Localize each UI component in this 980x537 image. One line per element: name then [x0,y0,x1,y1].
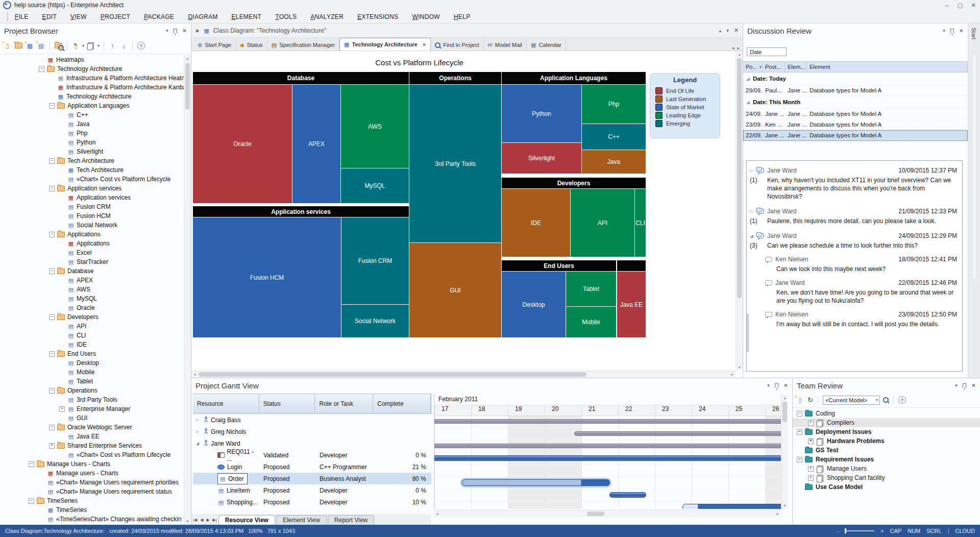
copy-dropdown-icon[interactable]: ▾ [87,41,95,50]
row-expander-icon[interactable]: ▷ [196,429,203,434]
tree-item[interactable]: ▤Fusion HCM [0,211,184,221]
team-tree-item[interactable]: +Manage Users [793,464,980,473]
group-by-date-box[interactable]: Date [747,47,787,56]
expander-icon[interactable]: − [49,232,55,237]
new-child-diagram-icon[interactable]: ▤٭ [37,41,45,50]
tree-item[interactable]: ▤Social Network [0,221,184,230]
tree-item[interactable]: ▤Fusion CRM [0,202,184,211]
tree-item[interactable]: ▤Tablet [0,377,184,386]
close-icon[interactable]: ✕ [959,28,964,34]
zoom-slider[interactable] [845,530,874,531]
gantt-row[interactable]: ▷Craig Bass [193,414,431,426]
discussion-message[interactable]: ◢Jane Ward24/09/2015 12:29 PM(3)Can we p… [750,232,957,328]
gantt-hscrollbar[interactable]: ◂▸ [434,510,781,517]
expander-icon[interactable]: − [797,411,802,417]
column-header[interactable]: Status [259,394,315,413]
tree-item[interactable]: ▦Tech Architecture [0,165,184,175]
tab-technology-architecture[interactable]: ▦Technology Architecture✕ [339,38,431,51]
tree-item[interactable]: ▤Java [0,119,184,129]
tree-item[interactable]: ▤Silverlight [0,147,184,156]
team-tree-item[interactable]: +Hardware Problems [793,436,980,446]
menu-file[interactable]: FILE [15,13,29,20]
menu-extensions[interactable]: EXTENSIONS [357,13,398,20]
menu-analyzer[interactable]: ANALYZER [310,13,344,20]
treemap-section-header[interactable]: Database [193,72,409,84]
chevron-down-icon[interactable]: ▾ [955,383,958,388]
expander-icon[interactable]: − [49,351,55,357]
treemap-section-header[interactable]: Application Languages [502,72,646,84]
discussion-reply[interactable]: Jane Ward22/09/2015 12:46 PMKen, we don'… [765,279,957,305]
project-browser-scrollbar[interactable]: ▴ ▾ [184,55,191,525]
diagram-vscrollbar[interactable]: ▴▾ [736,51,743,371]
gantt-bar[interactable] [434,455,781,461]
tree-item[interactable]: ▦Infrastructure & Platform Architecture … [0,83,184,92]
close-icon[interactable]: ✕ [734,27,739,34]
expander-icon[interactable]: + [808,475,814,481]
team-tree-item[interactable]: −Requirement Issues [793,455,980,464]
maximize-button[interactable]: ▢ [953,2,967,9]
tree-item[interactable]: ▦Application services [0,193,184,202]
zoom-out-button[interactable]: - [837,528,839,534]
treemap-section-header[interactable]: End Users [502,260,616,271]
expander-icon[interactable]: − [797,457,802,462]
close-icon[interactable]: ✕ [182,28,187,34]
tree-item[interactable]: ▤Mobile [0,368,184,377]
close-icon[interactable]: ✕ [971,382,976,389]
record-nav-icon[interactable]: |◀ [193,518,197,522]
tree-item[interactable]: ▦Manage users - Charts [0,469,184,478]
treemap-box[interactable]: MySQL [341,168,409,203]
new-element-icon[interactable]: ▯٭ [3,41,12,50]
treemap-box[interactable]: Php [582,85,646,124]
chevron-down-icon[interactable]: ▾ [166,28,168,33]
tree-item[interactable]: ▤Excel [0,248,184,257]
tree-item[interactable]: −Technology Architecture [0,64,184,74]
treemap-box[interactable]: API [571,189,634,257]
team-tree-item[interactable]: +Shopping Cart facility [793,473,980,482]
column-header[interactable]: Element [807,62,968,72]
search-icon[interactable] [883,397,889,403]
tab-find-in-project[interactable]: Find in Project [431,39,483,51]
expander-icon[interactable]: + [49,443,55,449]
treemap-box[interactable]: Tablet [566,272,616,306]
tree-item[interactable]: ▤CLI [0,331,184,340]
treemap-box[interactable]: Mobile [566,307,616,337]
gantt-vscrollbar[interactable]: ▴▾ [781,395,788,509]
row-expander-icon[interactable]: ▷ [196,418,203,422]
close-icon[interactable]: ✕ [422,42,426,47]
gantt-row[interactable]: ▷Greg Nichols [193,426,431,437]
expander-icon[interactable]: − [49,314,55,320]
pin-icon[interactable] [775,383,778,388]
view-tab-report-view[interactable]: Report View [328,515,374,525]
tab-scroll-left-icon[interactable]: ◂ [732,45,734,51]
tab-model-mail[interactable]: ✉Model Mail [484,39,527,51]
tree-item[interactable]: ▤API [0,322,184,331]
tree-item[interactable]: −Application services [0,184,184,193]
gantt-bar[interactable] [609,492,646,498]
expander-icon[interactable]: − [39,66,44,72]
record-nav-icon[interactable]: ▶ [206,518,209,522]
gantt-row[interactable]: REQ011 - ...ValidatedDeveloper0 % [193,449,431,461]
tree-item[interactable]: ▤«Chart» Cost vs Platform Lifecycle [0,450,184,459]
gantt-bar[interactable] [434,419,781,424]
toggle-num[interactable]: NUM [908,528,920,534]
tree-item[interactable]: ▤StarTracker [0,257,184,266]
tab-start-page[interactable]: ⊛Start Page [193,39,236,51]
team-tree-item[interactable]: GS Test [793,446,980,455]
expander-icon[interactable]: − [797,429,802,435]
treemap-box[interactable]: 3rd Party Tools [409,85,501,242]
discussion-post-row[interactable]: 22/09...Jane ...Jane ...Database types f… [743,130,968,141]
view-tab-resource-view[interactable]: Resource View [218,515,275,525]
pin-icon[interactable] [174,29,177,33]
treemap-box[interactable]: Fusion HCM [193,217,341,337]
menu-element[interactable]: ELEMENT [231,13,261,20]
diagram-hscrollbar[interactable]: ◂▸ [191,371,736,378]
column-header[interactable]: Role or Task [315,394,373,413]
move-up-icon[interactable]: ↑ [108,41,117,50]
treemap-box[interactable]: Java EE [617,272,646,337]
tree-item[interactable]: ▤C++ [0,110,184,119]
tree-item[interactable]: −Manage Users - Charts [0,459,184,469]
tree-item[interactable]: ▤IDE [0,340,184,349]
tree-item[interactable]: ▤Php [0,129,184,138]
discussion-reply[interactable]: Ken Nielsen18/09/2015 12:41 PMCan we loo… [765,256,957,273]
start-page-autohide-tab[interactable]: Start [971,28,977,39]
